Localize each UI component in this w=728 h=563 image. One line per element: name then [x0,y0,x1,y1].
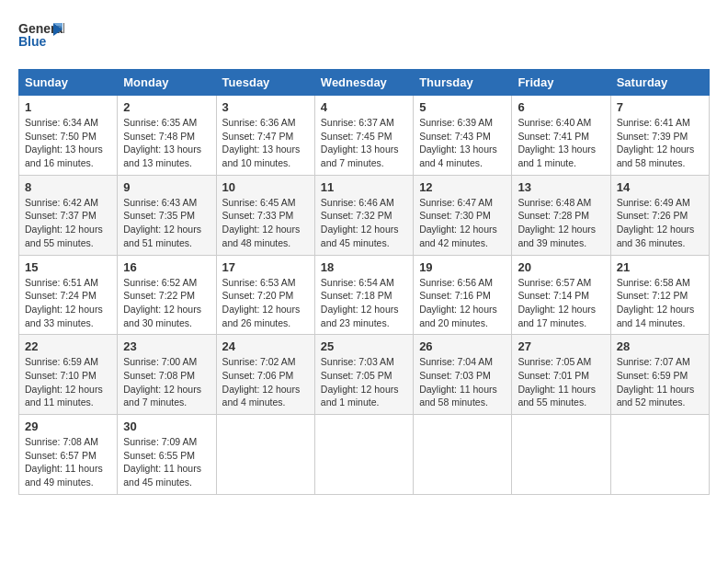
day-info: Sunrise: 6:52 AMSunset: 7:22 PMDaylight:… [123,276,210,330]
day-number: 7 [617,100,703,114]
day-cell: 23Sunrise: 7:00 AMSunset: 7:08 PMDayligh… [118,335,216,415]
day-cell: 26Sunrise: 7:04 AMSunset: 7:03 PMDayligh… [414,335,512,415]
day-info: Sunrise: 7:09 AMSunset: 6:55 PMDaylight:… [123,435,210,489]
calendar-table: SundayMondayTuesdayWednesdayThursdayFrid… [18,69,710,495]
day-cell: 29Sunrise: 7:08 AMSunset: 6:57 PMDayligh… [19,415,118,495]
header-cell-tuesday: Tuesday [216,70,314,96]
day-info: Sunrise: 6:56 AMSunset: 7:16 PMDaylight:… [419,276,506,330]
day-number: 15 [25,260,111,274]
day-number: 18 [321,260,407,274]
day-cell: 17Sunrise: 6:53 AMSunset: 7:20 PMDayligh… [216,255,314,335]
calendar-header: SundayMondayTuesdayWednesdayThursdayFrid… [19,70,710,96]
day-info: Sunrise: 7:08 AMSunset: 6:57 PMDaylight:… [25,435,111,489]
day-info: Sunrise: 6:48 AMSunset: 7:28 PMDaylight:… [518,196,604,250]
day-cell [414,415,512,495]
day-info: Sunrise: 6:42 AMSunset: 7:37 PMDaylight:… [25,196,111,250]
svg-text:Blue: Blue [18,34,47,49]
day-cell: 20Sunrise: 6:57 AMSunset: 7:14 PMDayligh… [512,255,610,335]
day-number: 17 [222,260,309,274]
day-info: Sunrise: 7:02 AMSunset: 7:06 PMDaylight:… [222,355,309,409]
day-number: 11 [321,180,407,194]
day-info: Sunrise: 6:59 AMSunset: 7:10 PMDaylight:… [25,355,111,409]
header-cell-thursday: Thursday [414,70,512,96]
header-cell-monday: Monday [118,70,216,96]
day-info: Sunrise: 7:00 AMSunset: 7:08 PMDaylight:… [123,355,210,409]
day-cell: 13Sunrise: 6:48 AMSunset: 7:28 PMDayligh… [512,175,610,255]
day-info: Sunrise: 6:40 AMSunset: 7:41 PMDaylight:… [518,116,604,170]
day-number: 8 [25,180,111,194]
day-info: Sunrise: 7:03 AMSunset: 7:05 PMDaylight:… [321,355,407,409]
header-cell-wednesday: Wednesday [314,70,413,96]
day-number: 22 [25,339,111,353]
day-number: 29 [25,419,111,433]
day-cell: 3Sunrise: 6:36 AMSunset: 7:47 PMDaylight… [216,96,314,176]
day-cell: 9Sunrise: 6:43 AMSunset: 7:35 PMDaylight… [118,175,216,255]
day-number: 24 [222,339,309,353]
day-cell: 4Sunrise: 6:37 AMSunset: 7:45 PMDaylight… [314,96,413,176]
day-cell: 7Sunrise: 6:41 AMSunset: 7:39 PMDaylight… [610,96,709,176]
day-cell: 28Sunrise: 7:07 AMSunset: 6:59 PMDayligh… [610,335,709,415]
day-number: 30 [123,419,210,433]
day-cell: 8Sunrise: 6:42 AMSunset: 7:37 PMDaylight… [19,175,118,255]
day-cell: 27Sunrise: 7:05 AMSunset: 7:01 PMDayligh… [512,335,610,415]
day-number: 19 [419,260,506,274]
day-cell: 24Sunrise: 7:02 AMSunset: 7:06 PMDayligh… [216,335,314,415]
day-info: Sunrise: 6:53 AMSunset: 7:20 PMDaylight:… [222,276,309,330]
day-cell: 22Sunrise: 6:59 AMSunset: 7:10 PMDayligh… [19,335,118,415]
day-number: 20 [518,260,604,274]
page-header: General Blue [18,18,710,60]
day-number: 4 [321,100,407,114]
day-number: 12 [419,180,506,194]
day-cell: 2Sunrise: 6:35 AMSunset: 7:48 PMDaylight… [118,96,216,176]
day-cell: 25Sunrise: 7:03 AMSunset: 7:05 PMDayligh… [314,335,413,415]
day-info: Sunrise: 6:36 AMSunset: 7:47 PMDaylight:… [222,116,309,170]
day-number: 2 [123,100,210,114]
day-cell [610,415,709,495]
day-number: 14 [617,180,703,194]
day-info: Sunrise: 7:05 AMSunset: 7:01 PMDaylight:… [518,355,604,409]
day-info: Sunrise: 6:49 AMSunset: 7:26 PMDaylight:… [617,196,703,250]
day-number: 16 [123,260,210,274]
day-info: Sunrise: 6:34 AMSunset: 7:50 PMDaylight:… [25,116,111,170]
day-info: Sunrise: 7:04 AMSunset: 7:03 PMDaylight:… [419,355,506,409]
day-info: Sunrise: 6:51 AMSunset: 7:24 PMDaylight:… [25,276,111,330]
day-cell: 18Sunrise: 6:54 AMSunset: 7:18 PMDayligh… [314,255,413,335]
day-cell [314,415,413,495]
day-number: 13 [518,180,604,194]
day-number: 25 [321,339,407,353]
header-cell-friday: Friday [512,70,610,96]
header-row: SundayMondayTuesdayWednesdayThursdayFrid… [19,70,710,96]
day-info: Sunrise: 6:39 AMSunset: 7:43 PMDaylight:… [419,116,506,170]
day-cell: 16Sunrise: 6:52 AMSunset: 7:22 PMDayligh… [118,255,216,335]
day-number: 28 [617,339,703,353]
day-cell: 5Sunrise: 6:39 AMSunset: 7:43 PMDaylight… [414,96,512,176]
day-cell [216,415,314,495]
logo: General Blue [18,18,64,60]
day-info: Sunrise: 6:47 AMSunset: 7:30 PMDaylight:… [419,196,506,250]
day-cell: 10Sunrise: 6:45 AMSunset: 7:33 PMDayligh… [216,175,314,255]
week-row-2: 8Sunrise: 6:42 AMSunset: 7:37 PMDaylight… [19,175,710,255]
day-cell: 19Sunrise: 6:56 AMSunset: 7:16 PMDayligh… [414,255,512,335]
day-number: 1 [25,100,111,114]
day-info: Sunrise: 6:58 AMSunset: 7:12 PMDaylight:… [617,276,703,330]
day-cell: 1Sunrise: 6:34 AMSunset: 7:50 PMDaylight… [19,96,118,176]
day-number: 10 [222,180,309,194]
day-info: Sunrise: 6:35 AMSunset: 7:48 PMDaylight:… [123,116,210,170]
day-info: Sunrise: 6:43 AMSunset: 7:35 PMDaylight:… [123,196,210,250]
day-number: 27 [518,339,604,353]
day-cell: 30Sunrise: 7:09 AMSunset: 6:55 PMDayligh… [118,415,216,495]
day-info: Sunrise: 6:54 AMSunset: 7:18 PMDaylight:… [321,276,407,330]
week-row-5: 29Sunrise: 7:08 AMSunset: 6:57 PMDayligh… [19,415,710,495]
day-info: Sunrise: 6:46 AMSunset: 7:32 PMDaylight:… [321,196,407,250]
day-number: 23 [123,339,210,353]
day-number: 21 [617,260,703,274]
day-cell: 12Sunrise: 6:47 AMSunset: 7:30 PMDayligh… [414,175,512,255]
week-row-3: 15Sunrise: 6:51 AMSunset: 7:24 PMDayligh… [19,255,710,335]
week-row-4: 22Sunrise: 6:59 AMSunset: 7:10 PMDayligh… [19,335,710,415]
day-cell: 14Sunrise: 6:49 AMSunset: 7:26 PMDayligh… [610,175,709,255]
day-info: Sunrise: 6:45 AMSunset: 7:33 PMDaylight:… [222,196,309,250]
week-row-1: 1Sunrise: 6:34 AMSunset: 7:50 PMDaylight… [19,96,710,176]
day-number: 9 [123,180,210,194]
day-number: 6 [518,100,604,114]
day-cell: 21Sunrise: 6:58 AMSunset: 7:12 PMDayligh… [610,255,709,335]
